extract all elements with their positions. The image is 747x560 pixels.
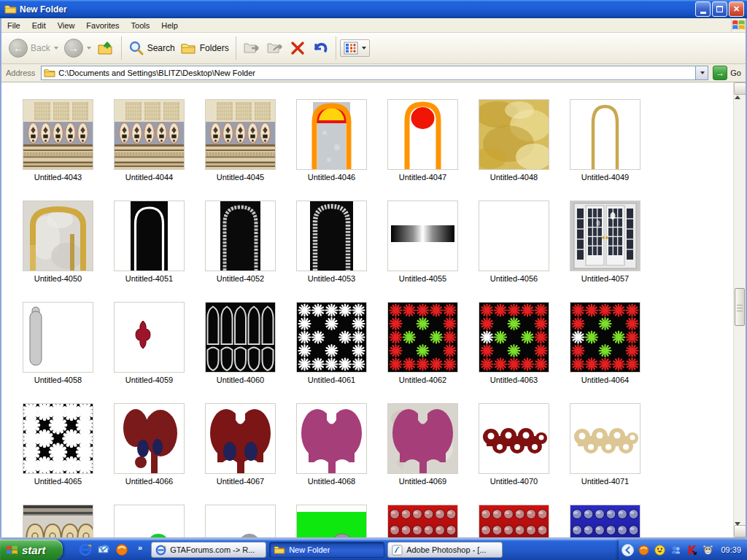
file-item[interactable]: Untitled-4050 xyxy=(12,201,104,284)
file-thumbnail[interactable] xyxy=(23,201,93,271)
file-name[interactable]: Untitled-4055 xyxy=(377,274,468,283)
back-button[interactable]: ← Back xyxy=(6,37,61,59)
file-name[interactable]: Untitled-4053 xyxy=(286,274,377,283)
file-name[interactable]: Untitled-4059 xyxy=(104,376,195,384)
file-name[interactable]: Untitled-4043 xyxy=(12,173,104,182)
file-name[interactable]: Untitled-4052 xyxy=(195,274,286,283)
file-item[interactable]: Untitled-4062 xyxy=(377,302,468,386)
file-name[interactable]: Untitled-4046 xyxy=(286,173,377,182)
file-item[interactable]: Untitled-4044 xyxy=(104,99,195,183)
file-thumbnail[interactable] xyxy=(205,403,276,474)
file-item[interactable]: Untitled-4049 xyxy=(560,99,651,183)
file-thumbnail[interactable] xyxy=(479,505,549,537)
file-name[interactable]: Untitled-4069 xyxy=(377,477,468,486)
restore-button[interactable] xyxy=(712,1,727,17)
file-thumbnail[interactable] xyxy=(479,403,549,474)
file-thumbnail[interactable] xyxy=(296,505,367,537)
file-item[interactable]: Untitled-4046 xyxy=(286,99,377,183)
scroll-down-button[interactable] xyxy=(734,525,746,537)
file-item[interactable] xyxy=(560,505,651,537)
file-item[interactable] xyxy=(12,505,104,537)
file-item[interactable]: Untitled-4058 xyxy=(12,302,104,386)
file-thumbnail[interactable] xyxy=(296,302,367,373)
address-value[interactable]: C:\Documents and Settings\BLITZ\Desktop\… xyxy=(58,69,695,77)
file-item[interactable]: Untitled-4059 xyxy=(104,302,195,386)
undo-button[interactable] xyxy=(309,39,332,58)
file-thumbnail[interactable] xyxy=(570,302,640,373)
file-name[interactable]: Untitled-4061 xyxy=(286,376,377,384)
file-item[interactable] xyxy=(468,505,560,537)
file-thumbnail[interactable] xyxy=(570,505,640,537)
internet-explorer-icon[interactable] xyxy=(79,543,92,556)
menu-favorites[interactable]: Favorites xyxy=(80,20,125,31)
kaspersky-icon[interactable] xyxy=(686,544,698,556)
file-item[interactable]: Untitled-4065 xyxy=(12,403,104,487)
views-button[interactable] xyxy=(340,39,370,57)
menu-tools[interactable]: Tools xyxy=(125,20,156,31)
cow-icon[interactable] xyxy=(702,544,714,556)
folders-button[interactable]: Folders xyxy=(178,39,232,57)
vertical-scrollbar[interactable] xyxy=(733,82,746,537)
address-dropdown-button[interactable] xyxy=(695,66,708,79)
file-item[interactable] xyxy=(195,505,286,537)
file-thumbnail[interactable] xyxy=(23,403,93,474)
close-button[interactable]: ✕ xyxy=(729,1,744,17)
file-name[interactable]: Untitled-4063 xyxy=(468,376,560,384)
file-item[interactable]: Untitled-4045 xyxy=(195,99,286,183)
menu-file[interactable]: File xyxy=(1,20,26,31)
file-item[interactable]: Untitled-4068 xyxy=(286,403,377,487)
file-name[interactable]: Untitled-4068 xyxy=(286,477,377,486)
file-thumbnail[interactable] xyxy=(570,99,640,170)
file-name[interactable]: Untitled-4070 xyxy=(468,477,560,486)
file-name[interactable]: Untitled-4062 xyxy=(377,376,468,384)
file-item[interactable]: Untitled-4048 xyxy=(468,99,560,183)
minimize-button[interactable] xyxy=(695,1,711,17)
file-item[interactable]: Untitled-4056 xyxy=(468,201,560,284)
scrollbar-thumb[interactable] xyxy=(735,288,745,326)
menu-view[interactable]: View xyxy=(52,20,81,31)
file-name[interactable]: Untitled-4048 xyxy=(468,173,560,182)
orange-ball-icon[interactable] xyxy=(115,543,128,556)
file-item[interactable]: Untitled-4063 xyxy=(468,302,560,386)
file-item[interactable]: Untitled-4061 xyxy=(286,302,377,386)
delete-button[interactable] xyxy=(287,39,309,58)
file-name[interactable]: Untitled-4049 xyxy=(560,173,651,182)
file-name[interactable]: Untitled-4067 xyxy=(195,477,286,486)
file-thumbnail[interactable] xyxy=(479,302,549,373)
address-input[interactable]: C:\Documents and Settings\BLITZ\Desktop\… xyxy=(41,66,708,80)
search-button[interactable]: Search xyxy=(125,39,178,58)
file-thumbnail[interactable] xyxy=(387,302,458,373)
go-button[interactable]: → xyxy=(713,66,727,80)
file-item[interactable] xyxy=(286,505,377,537)
file-item[interactable]: Untitled-4071 xyxy=(560,403,651,487)
file-thumbnail[interactable] xyxy=(570,201,640,271)
file-item[interactable]: Untitled-4067 xyxy=(195,403,286,487)
file-name[interactable]: Untitled-4060 xyxy=(195,376,286,384)
file-item[interactable] xyxy=(104,505,195,537)
file-item[interactable]: Untitled-4070 xyxy=(468,403,560,487)
forward-button[interactable]: → xyxy=(61,37,94,59)
file-item[interactable]: Untitled-4069 xyxy=(377,403,468,487)
file-thumbnail[interactable] xyxy=(114,505,185,537)
file-thumbnail[interactable] xyxy=(387,201,458,271)
up-button[interactable] xyxy=(94,39,117,58)
file-thumbnail[interactable] xyxy=(387,99,458,170)
file-item[interactable]: Untitled-4055 xyxy=(377,201,468,284)
file-thumbnail[interactable] xyxy=(387,403,458,474)
file-thumbnail[interactable] xyxy=(114,99,185,170)
file-thumbnail[interactable] xyxy=(205,302,276,373)
file-item[interactable]: Untitled-4053 xyxy=(286,201,377,284)
file-item[interactable]: Untitled-4043 xyxy=(12,99,104,183)
file-thumbnail[interactable] xyxy=(114,201,185,271)
menu-edit[interactable]: Edit xyxy=(26,20,52,31)
file-name[interactable]: Untitled-4066 xyxy=(104,477,195,486)
file-name[interactable]: Untitled-4044 xyxy=(104,173,195,182)
file-item[interactable]: Untitled-4051 xyxy=(104,201,195,284)
file-name[interactable]: Untitled-4058 xyxy=(12,376,104,384)
file-thumbnail[interactable] xyxy=(205,201,276,271)
file-thumbnail[interactable] xyxy=(479,201,549,271)
file-item[interactable]: Untitled-4047 xyxy=(377,99,468,183)
file-name[interactable]: Untitled-4071 xyxy=(560,477,651,486)
task-photoshop[interactable]: Adobe Photoshop - [... xyxy=(387,542,503,558)
start-button[interactable]: start xyxy=(0,540,63,560)
